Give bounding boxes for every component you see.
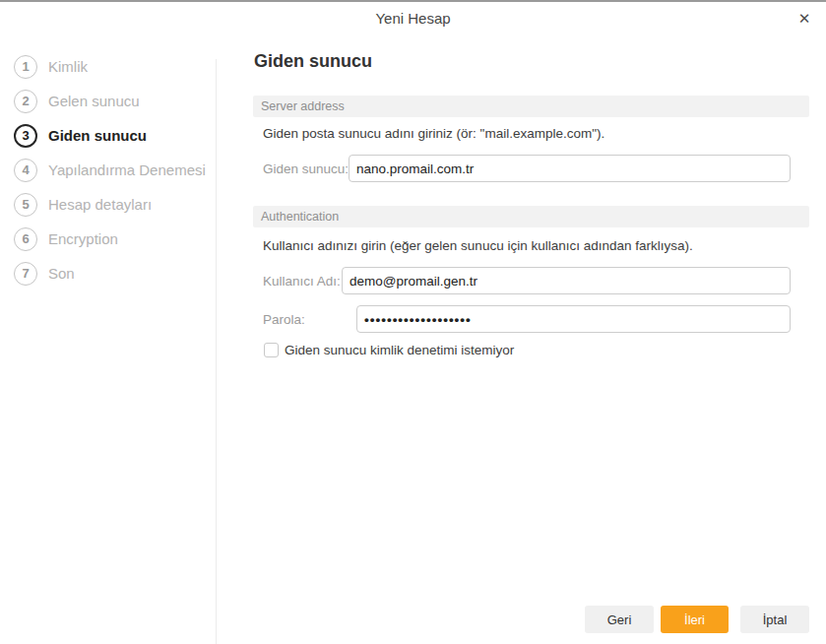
- password-input[interactable]: [356, 305, 791, 333]
- main-panel: Giden sunucu Server address Giden posta …: [253, 35, 809, 587]
- back-button[interactable]: Geri: [585, 606, 654, 633]
- step-label: Giden sunucu: [48, 127, 147, 144]
- sidebar-divider: [216, 59, 217, 644]
- section-header-server-address: Server address: [253, 96, 809, 117]
- step-label: Yapılandırma Denemesi: [48, 161, 206, 178]
- wizard-steps: 1Kimlik2Gelen sunucu3Giden sunucu4Yapıla…: [0, 49, 217, 290]
- step-number-circle: 4: [14, 159, 37, 182]
- step-number-circle: 3: [14, 124, 37, 148]
- next-button[interactable]: İleri: [661, 606, 729, 633]
- outgoing-server-input[interactable]: [349, 155, 791, 182]
- step-number-circle: 1: [14, 55, 37, 79]
- outgoing-server-label: Giden sunucu:: [263, 161, 349, 176]
- no-auth-checkbox-label: Giden sunucu kimlik denetimi istemiyor: [285, 343, 514, 357]
- close-icon[interactable]: ✕: [794, 8, 815, 30]
- step-number-circle: 5: [14, 193, 37, 217]
- step-item-1: 1Kimlik: [0, 49, 217, 84]
- step-label: Gelen sunucu: [48, 93, 140, 109]
- window-title: Yeni Hesap: [0, 10, 826, 27]
- section-header-authentication: Authentication: [253, 206, 809, 227]
- step-number-circle: 6: [14, 227, 37, 251]
- step-item-6: 6Encryption: [0, 222, 217, 256]
- step-item-5: 5Hesap detayları: [0, 187, 217, 222]
- step-label: Son: [48, 265, 75, 282]
- username-input[interactable]: [342, 267, 791, 294]
- titlebar: Yeni Hesap ✕: [0, 2, 826, 35]
- step-label: Hesap detayları: [48, 196, 152, 213]
- page-title: Giden sunucu: [254, 51, 372, 72]
- password-label: Parola:: [263, 312, 305, 327]
- step-label: Kimlik: [48, 58, 88, 75]
- step-item-2: 2Gelen sunucu: [0, 84, 217, 118]
- no-auth-checkbox[interactable]: [264, 343, 279, 357]
- step-label: Encryption: [48, 230, 118, 247]
- step-item-7: 7Son: [0, 256, 217, 290]
- server-address-description: Giden posta sunucu adını giriniz (ör: "m…: [263, 126, 604, 141]
- cancel-button[interactable]: İptal: [740, 606, 809, 633]
- step-number-circle: 7: [14, 262, 37, 286]
- username-label: Kullanıcı Adı:: [263, 274, 341, 289]
- step-number-circle: 2: [14, 90, 37, 113]
- step-item-4: 4Yapılandırma Denemesi: [0, 153, 217, 187]
- no-auth-checkbox-row[interactable]: Giden sunucu kimlik denetimi istemiyor: [264, 343, 514, 357]
- step-item-3: 3Giden sunucu: [0, 118, 217, 153]
- authentication-description: Kullanıcı adınızı girin (eğer gelen sunu…: [263, 238, 693, 253]
